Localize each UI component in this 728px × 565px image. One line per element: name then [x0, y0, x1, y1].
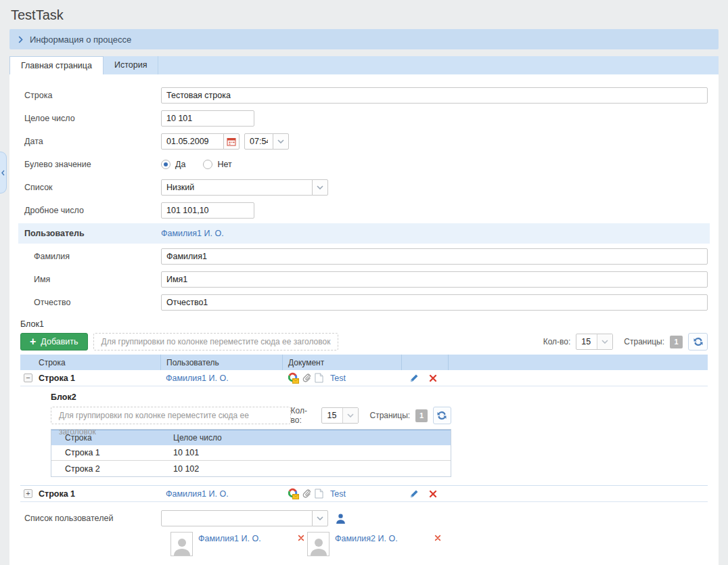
column-header-document[interactable]: Документ — [282, 355, 401, 370]
list-input[interactable] — [161, 179, 313, 196]
row2-actions-cell — [401, 489, 448, 499]
chevron-down-icon — [317, 516, 323, 520]
field-row-string: Строка — [9, 84, 719, 107]
block2-group-dropzone[interactable]: Для группировки по колонке переместите с… — [51, 407, 291, 424]
column-header-user[interactable]: Пользователь — [160, 355, 282, 370]
add-button[interactable]: + Добавить — [20, 333, 88, 351]
user-chip-link[interactable]: Фамилия2 И. О. — [335, 534, 434, 543]
document-file-icon[interactable] — [315, 489, 323, 499]
column-header-string[interactable]: Строка — [20, 355, 160, 370]
block1-page-1[interactable]: 1 — [670, 336, 683, 348]
user-section-band: Пользователь Фамилия1 И. О. — [18, 223, 710, 244]
block2-refresh-button[interactable] — [433, 407, 451, 424]
send-document-icon[interactable] — [288, 488, 299, 499]
row2-document-link[interactable]: Test — [330, 489, 346, 499]
collapse-row-icon[interactable]: − — [24, 374, 32, 382]
field-row-firstname: Имя — [9, 268, 719, 291]
add-user-button[interactable] — [335, 513, 346, 524]
edit-pencil-icon[interactable] — [409, 489, 419, 499]
list-label: Список — [24, 183, 161, 192]
field-row-patronymic: Отчество — [9, 291, 719, 314]
delete-x-icon[interactable] — [429, 374, 437, 382]
user-label: Пользователь — [24, 229, 161, 238]
chevron-right-icon — [18, 36, 23, 43]
process-info-bar[interactable]: Информация о процессе — [9, 29, 719, 49]
chevron-down-icon — [277, 139, 284, 143]
refresh-icon — [436, 410, 447, 421]
decimal-input[interactable] — [161, 202, 254, 219]
block1-count-select[interactable]: 15 — [576, 334, 613, 350]
b2-row2-integer: 10 102 — [168, 464, 451, 474]
tab-bar: Главная страница История — [9, 56, 719, 74]
calendar-button[interactable] — [223, 133, 240, 150]
column-header-integer[interactable]: Целое число — [168, 430, 451, 445]
table-row: + Строка 1 Фамилия1 И. О. Test — [20, 486, 708, 502]
row2-user-cell: Фамилия1 И. О. — [160, 489, 282, 499]
expand-row-icon[interactable]: + — [24, 489, 32, 498]
block1-table-header: Строка Пользователь Документ — [20, 355, 708, 370]
column-header-actions — [401, 355, 448, 370]
edit-pencil-icon[interactable] — [409, 373, 419, 383]
field-row-decimal: Дробное число — [9, 199, 719, 222]
paperclip-icon[interactable] — [302, 489, 312, 499]
radio-no-label[interactable]: Нет — [217, 160, 231, 169]
remove-user-x-icon[interactable] — [298, 535, 304, 541]
user-chip: Фамилия2 И. О. — [307, 532, 441, 556]
string-input[interactable] — [161, 87, 708, 104]
b2-row1-integer: 10 101 — [168, 448, 451, 457]
paperclip-icon[interactable] — [302, 373, 312, 383]
user-link[interactable]: Фамилия1 И. О. — [161, 229, 224, 238]
avatar — [307, 532, 329, 556]
block2-page-1[interactable]: 1 — [415, 409, 428, 422]
time-dropdown-button[interactable] — [273, 133, 289, 150]
add-button-label: Добавить — [41, 337, 78, 346]
block1-pager: Кол-во: 15 Страницы: 1 — [543, 333, 708, 351]
row1-user-link[interactable]: Фамилия1 И. О. — [166, 374, 229, 383]
chevron-left-icon — [1, 170, 5, 176]
block2-pager: Кол-во: 15 Страницы: 1 — [291, 406, 451, 425]
chevron-down-icon — [597, 334, 612, 349]
delete-x-icon[interactable] — [429, 490, 437, 498]
block1-title: Блок1 — [9, 314, 719, 332]
row2-user-link[interactable]: Фамилия1 И. О. — [166, 489, 229, 499]
row1-document-link[interactable]: Test — [330, 374, 346, 383]
field-row-list: Список — [9, 176, 719, 199]
column-header-string[interactable]: Строка — [51, 430, 168, 445]
radio-no[interactable] — [203, 160, 212, 169]
time-input[interactable] — [244, 133, 273, 150]
tab-history[interactable]: История — [104, 56, 158, 74]
block2-count-select[interactable]: 15 — [321, 407, 359, 424]
firstname-input[interactable] — [161, 271, 708, 288]
date-label: Дата — [24, 137, 161, 146]
integer-input[interactable] — [161, 110, 254, 127]
block1-group-dropzone[interactable]: Для группировки по колонке переместите с… — [93, 333, 339, 351]
plus-icon: + — [30, 336, 36, 347]
pages-label: Страницы: — [624, 337, 664, 346]
surname-input[interactable] — [161, 248, 708, 265]
sidebar-collapse-handle[interactable] — [0, 152, 7, 194]
patronymic-input[interactable] — [161, 294, 708, 311]
count-value: 15 — [322, 411, 342, 420]
remove-user-x-icon[interactable] — [434, 535, 441, 541]
list-dropdown-button[interactable] — [312, 179, 328, 196]
integer-label: Целое число — [24, 114, 161, 123]
process-info-label: Информация о процессе — [30, 35, 131, 45]
boolean-label: Булево значение — [24, 160, 161, 169]
date-input[interactable] — [161, 133, 224, 150]
radio-yes[interactable] — [161, 160, 170, 169]
date-input-group — [161, 133, 240, 150]
user-chip-link[interactable]: Фамилия1 И. О. — [198, 534, 298, 543]
send-document-icon[interactable] — [288, 372, 299, 384]
row1-document-cell: Test — [282, 372, 401, 384]
count-value: 15 — [576, 337, 597, 346]
block1-refresh-button[interactable] — [688, 333, 708, 351]
avatar — [170, 532, 193, 556]
radio-yes-label[interactable]: Да — [175, 160, 185, 169]
row1-string-cell: − Строка 1 — [20, 374, 160, 383]
tab-main-page[interactable]: Главная страница — [9, 56, 104, 74]
user-list-dropdown-button[interactable] — [312, 510, 328, 526]
block2-table-header: Строка Целое число — [51, 430, 451, 445]
document-file-icon[interactable] — [315, 373, 323, 383]
user-list-input[interactable] — [161, 510, 313, 526]
refresh-icon — [693, 336, 704, 347]
